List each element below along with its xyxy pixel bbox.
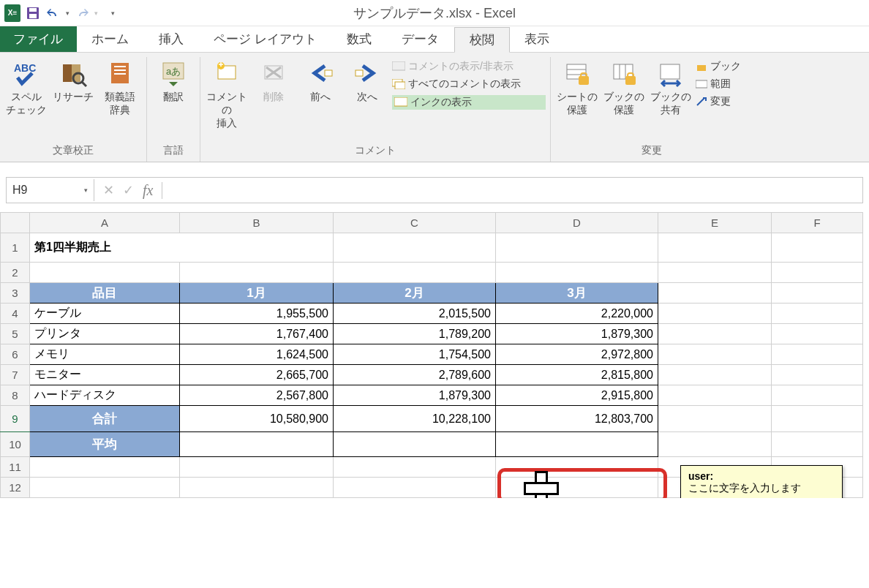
row-header[interactable]: 6 — [1, 344, 30, 365]
col-header-F[interactable]: F — [772, 213, 863, 233]
save-icon[interactable] — [25, 5, 41, 21]
thesaurus-button[interactable]: 類義語 辞典 — [98, 57, 142, 141]
next-comment-button[interactable]: 次へ — [345, 57, 389, 141]
cell-B10[interactable] — [180, 432, 334, 457]
tab-file[interactable]: ファイル — [0, 26, 77, 52]
row-header[interactable]: 4 — [1, 304, 30, 324]
row-header[interactable]: 2 — [1, 263, 30, 283]
row-header[interactable]: 12 — [1, 478, 30, 498]
redo-icon[interactable] — [74, 5, 90, 21]
col-header-D[interactable]: D — [496, 213, 658, 233]
redo-dropdown-icon[interactable]: ▾ — [94, 10, 98, 17]
spreadsheet-grid[interactable]: A B C D E F 1 第1四半期売上 2 3 品目 1月 2月 3月 4 … — [0, 212, 869, 498]
tab-formulas[interactable]: 数式 — [332, 26, 387, 52]
cell-A1[interactable]: 第1四半期売上 — [30, 233, 334, 263]
cell-C4[interactable]: 2,015,500 — [334, 304, 496, 324]
cell-E1[interactable] — [658, 233, 772, 263]
cell-D6[interactable]: 2,972,800 — [496, 344, 658, 365]
svg-rect-38 — [696, 80, 707, 88]
cell-A5[interactable]: プリンタ — [30, 324, 180, 344]
cell-A10[interactable]: 平均 — [30, 432, 180, 457]
col-header-E[interactable]: E — [658, 213, 772, 233]
row-header[interactable]: 5 — [1, 324, 30, 344]
show-ink-button[interactable]: インクの表示 — [392, 95, 546, 110]
col-header-C[interactable]: C — [334, 213, 496, 233]
cell-B9[interactable]: 10,580,900 — [180, 406, 334, 432]
col-header-B[interactable]: B — [180, 213, 334, 233]
cell-C6[interactable]: 1,754,500 — [334, 344, 496, 365]
protect-share-button[interactable]: ブック — [696, 60, 748, 73]
cell-A4[interactable]: ケーブル — [30, 304, 180, 324]
row-header[interactable]: 7 — [1, 365, 30, 385]
col-header-A[interactable]: A — [30, 213, 180, 233]
cell-D4[interactable]: 2,220,000 — [496, 304, 658, 324]
cell-C8[interactable]: 1,879,300 — [334, 385, 496, 406]
show-all-comments-button[interactable]: すべてのコメントの表示 — [392, 78, 546, 91]
cell-C3[interactable]: 2月 — [334, 283, 496, 304]
cell-B7[interactable]: 2,665,700 — [180, 365, 334, 385]
research-label: リサーチ — [53, 91, 94, 104]
comment-tooltip[interactable]: user: ここに文字を入力します — [680, 465, 843, 498]
cell-A9[interactable]: 合計 — [30, 406, 180, 432]
cell-D5[interactable]: 1,879,300 — [496, 324, 658, 344]
cell-C7[interactable]: 2,789,600 — [334, 365, 496, 385]
cell-D10[interactable] — [496, 432, 658, 457]
select-all-corner[interactable] — [1, 213, 30, 233]
cell-F1[interactable] — [772, 233, 863, 263]
protect-workbook-button[interactable]: ブックの 保護 — [602, 57, 646, 141]
toggle-comment-button: コメントの表示/非表示 — [392, 60, 546, 73]
prev-comment-button[interactable]: 前へ — [298, 57, 342, 141]
row-header[interactable]: 11 — [1, 457, 30, 478]
cell-A8[interactable]: ハードディスク — [30, 385, 180, 406]
row-header[interactable]: 3 — [1, 283, 30, 304]
share-workbook-button[interactable]: ブックの 共有 — [649, 57, 693, 141]
delete-comment-label: 削除 — [263, 91, 284, 104]
undo-dropdown-icon[interactable]: ▾ — [66, 10, 69, 17]
cell-A7[interactable]: モニター — [30, 365, 180, 385]
allow-range-button[interactable]: 範囲 — [696, 78, 748, 91]
row-header[interactable]: 9 — [1, 406, 30, 432]
qat-customize-icon[interactable]: ▾ — [111, 10, 115, 17]
tab-data[interactable]: データ — [387, 26, 454, 52]
cell-B4[interactable]: 1,955,500 — [180, 304, 334, 324]
cell-C1[interactable] — [334, 233, 496, 263]
svg-text:aあ: aあ — [166, 66, 181, 77]
tab-insert[interactable]: 挿入 — [144, 26, 199, 52]
cell-D7[interactable]: 2,815,800 — [496, 365, 658, 385]
cell-C9[interactable]: 10,228,100 — [334, 406, 496, 432]
research-button[interactable]: リサーチ — [51, 57, 95, 141]
cell-D1[interactable] — [496, 233, 658, 263]
cell-D8[interactable]: 2,915,800 — [496, 385, 658, 406]
cell-C5[interactable]: 1,789,200 — [334, 324, 496, 344]
tab-home[interactable]: ホーム — [77, 26, 144, 52]
cell-B5[interactable]: 1,767,400 — [180, 324, 334, 344]
changes-extra: ブック 範囲 変更 — [696, 57, 748, 141]
cell-D3[interactable]: 3月 — [496, 283, 658, 304]
track-changes-button[interactable]: 変更 — [696, 95, 748, 108]
tab-page-layout[interactable]: ページ レイアウト — [199, 26, 332, 52]
cancel-icon: ✕ — [103, 182, 114, 198]
cell-D9[interactable]: 12,803,700 — [496, 406, 658, 432]
name-box-dropdown-icon[interactable]: ▾ — [84, 186, 88, 194]
cell-A6[interactable]: メモリ — [30, 344, 180, 365]
row-header[interactable]: 8 — [1, 385, 30, 406]
cell-B6[interactable]: 1,624,500 — [180, 344, 334, 365]
cell-B8[interactable]: 2,567,800 — [180, 385, 334, 406]
row-header[interactable]: 1 — [1, 233, 30, 263]
tab-review[interactable]: 校閲 — [454, 27, 510, 53]
delete-comment-button: 削除 — [252, 57, 296, 141]
translate-button[interactable]: aあ 翻訳 — [151, 57, 195, 141]
tab-view[interactable]: 表示 — [510, 26, 565, 52]
new-comment-button[interactable]: コメントの 挿入 — [205, 57, 249, 141]
undo-icon[interactable] — [45, 5, 61, 21]
formula-input[interactable] — [171, 178, 862, 203]
cell-C10[interactable] — [334, 432, 496, 457]
cell-A2[interactable] — [30, 263, 180, 283]
spell-check-button[interactable]: ABC スペル チェック — [4, 57, 48, 141]
protect-sheet-button[interactable]: シートの 保護 — [555, 57, 599, 141]
row-header[interactable]: 10 — [1, 432, 30, 457]
cell-B3[interactable]: 1月 — [180, 283, 334, 304]
fx-icon[interactable]: fx — [143, 182, 162, 199]
name-box[interactable]: H9 ▾ — [7, 179, 94, 201]
cell-A3[interactable]: 品目 — [30, 283, 180, 304]
